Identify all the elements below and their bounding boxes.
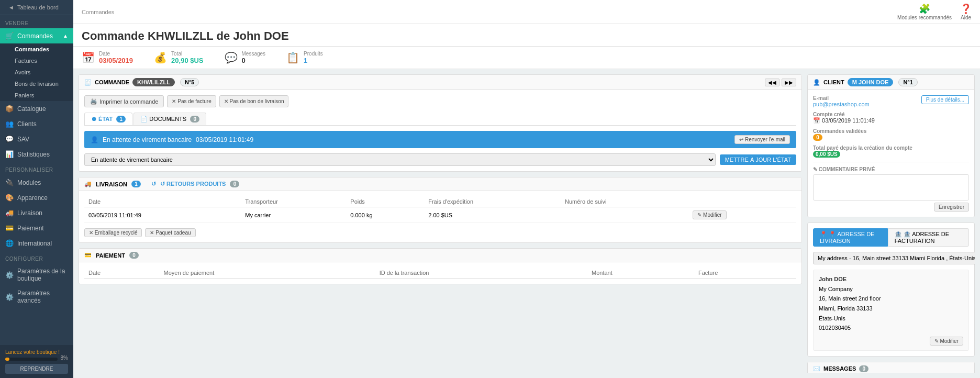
- help-icon: ❓: [960, 3, 972, 15]
- livraison-header-icon: 🚚: [84, 181, 92, 187]
- sidebar-item-apparence[interactable]: 🎨 Apparence: [0, 190, 73, 205]
- retours-label: ↺ RETOURS PRODUITS: [160, 181, 226, 187]
- tab-documents[interactable]: 📄 DOCUMENTS 0: [133, 113, 206, 125]
- compte-label: Compte créé: [813, 112, 969, 117]
- sidebar-item-clients[interactable]: 👥 Clients: [0, 116, 73, 131]
- sidebar-item-params-boutique[interactable]: ⚙️ Paramètres de la boutique: [0, 264, 73, 286]
- sidebar-toggle[interactable]: ◄ Tableau de bord: [0, 0, 73, 15]
- livraison-header-row: Date Transporteur Poids Frais d'expéditi…: [84, 196, 796, 207]
- paiement-table-head: Date Moyen de paiement ID de la transact…: [84, 268, 796, 279]
- sidebar-section-configurer: CONFIGURER: [0, 251, 73, 264]
- update-state-button[interactable]: METTRE À JOUR L'ÉTAT: [720, 154, 796, 165]
- commentaire-label: ✎ COMMENTAIRE PRIVÉ: [813, 166, 969, 172]
- left-panel: 🧾 COMMANDE KHWLILZLL N°5 ◀◀ ▶▶ 🖨️: [79, 74, 802, 373]
- page-title: Commande KHWLILZLL de John DOE: [82, 29, 972, 43]
- puzzle-icon: 🧩: [919, 3, 930, 15]
- catalogue-icon: 📦: [5, 105, 14, 113]
- tab-livraison-address[interactable]: 📍 📍 ADRESSE DE LIVRAISON: [813, 228, 888, 247]
- resend-email-button[interactable]: ↩ Renvoyer l'e-mail: [734, 135, 790, 144]
- livraison-options: ✕ Emballage recyclé ✕ Paquet cadeau: [84, 228, 796, 237]
- comment-box[interactable]: [813, 174, 969, 201]
- addr-street: 16, Main street 2nd floor: [819, 294, 963, 304]
- documents-label: DOCUMENTS: [149, 116, 186, 122]
- messages-header: ✉️ MESSAGES 0: [813, 365, 868, 372]
- pcol-montant: Montant: [587, 268, 694, 279]
- sidebar-item-sav[interactable]: 💬 SAV: [0, 131, 73, 147]
- params-avances-icon: ⚙️: [5, 293, 14, 301]
- sidebar-item-international[interactable]: 🌐 International: [0, 236, 73, 251]
- sidebar-sub-item-avoirs[interactable]: Avoirs: [0, 66, 73, 78]
- sidebar-sub-item-paniers[interactable]: Paniers: [0, 90, 73, 101]
- modifier-addr-detail-button[interactable]: ✎ Modifier: [930, 337, 963, 346]
- stats-icon: 📊: [5, 150, 14, 158]
- commande-label: COMMANDE: [95, 79, 129, 85]
- documents-count: 0: [190, 116, 199, 123]
- pcol-moyen: Moyen de paiement: [160, 268, 375, 279]
- paiement-header-left: 💳 PAIEMENT 0: [84, 252, 139, 259]
- reprendre-button[interactable]: REPRENDRE: [5, 364, 68, 374]
- plus-details-button[interactable]: Plus de détails...: [921, 95, 969, 104]
- sidebar-item-statistiques[interactable]: 📊 Statistiques: [0, 147, 73, 162]
- date-value: 03/05/2019: [99, 57, 133, 64]
- addr-modifier-row: ✎ Modifier: [819, 336, 963, 346]
- row-frais: 2.00 $US: [424, 207, 561, 223]
- sidebar-item-commandes[interactable]: 🛒 Commandes ▲: [0, 28, 73, 43]
- enregistrer-button[interactable]: Enregistrer: [934, 203, 969, 212]
- paquet-button[interactable]: ✕ Paquet cadeau: [145, 228, 195, 237]
- retours-count: 0: [230, 181, 239, 187]
- no-bon-button[interactable]: ✕ Pas de bon de livraison: [219, 95, 289, 107]
- sidebar-catalogue-label: Catalogue: [17, 105, 46, 113]
- sidebar-item-catalogue[interactable]: 📦 Catalogue: [0, 101, 73, 116]
- email-link[interactable]: pub@prestashop.com: [813, 101, 870, 107]
- documents-icon: 📄: [140, 116, 148, 122]
- pcol-facture: Facture: [694, 268, 796, 279]
- modifier-livraison-button[interactable]: ✎ Modifier: [693, 210, 726, 219]
- sidebar-sub-item-commandes[interactable]: Commandes: [0, 43, 73, 55]
- sidebar-sub-item-factures[interactable]: Factures: [0, 55, 73, 66]
- sidebar-item-livraison[interactable]: 🚚 Livraison: [0, 205, 73, 220]
- next-order-button[interactable]: ▶▶: [782, 79, 796, 86]
- print-button[interactable]: 🖨️ Imprimer la commande: [84, 95, 164, 107]
- paiement-header-row: Date Moyen de paiement ID de la transact…: [84, 268, 796, 279]
- sidebar-item-paiement[interactable]: 💳 Paiement: [0, 220, 73, 236]
- sidebar-item-modules[interactable]: 🔌 Modules: [0, 175, 73, 190]
- state-text: En attente de virement bancaire: [103, 136, 192, 143]
- client-n-tag: N°1: [898, 78, 917, 86]
- stat-messages: 💬 Messages 0: [225, 51, 266, 64]
- livraison-count: 1: [131, 181, 141, 187]
- action-bar: 🖨️ Imprimer la commande ✕ Pas de facture…: [84, 95, 796, 107]
- no-facture-button[interactable]: ✕ Pas de facture: [167, 95, 216, 107]
- livraison-card: 🚚 LIVRAISON 1 ↺ ↺ RETOURS PRODUITS 0 Dat…: [79, 177, 802, 243]
- etat-icon: ⏺: [91, 116, 97, 122]
- prev-order-button[interactable]: ◀◀: [765, 79, 779, 86]
- topbar-right: 🧩 Modules recommandés ❓ Aide: [897, 3, 972, 20]
- client-total-paye-row: Total payé depuis la création du compte …: [813, 145, 969, 158]
- address-tabs: 📍 📍 ADRESSE DE LIVRAISON 🏦 🏦 ADRESSE DE …: [813, 228, 969, 247]
- emballage-button[interactable]: ✕ Emballage recyclé: [84, 228, 142, 237]
- sidebar-international-label: International: [17, 240, 52, 247]
- aide-button[interactable]: ❓ Aide: [960, 3, 972, 20]
- address-select[interactable]: My address - 16, Main street 33133 Miami…: [813, 252, 975, 264]
- client-name-tag[interactable]: M JOHN DOE: [848, 78, 894, 86]
- main-area: Commandes 🧩 Modules recommandés ❓ Aide C…: [73, 0, 980, 378]
- livraison-header-label: LIVRAISON: [96, 181, 127, 187]
- state-select[interactable]: En attente de virement bancaire Paiement…: [84, 153, 716, 166]
- row-date: 03/05/2019 11:01:49: [84, 207, 241, 223]
- sidebar-item-params-avances[interactable]: ⚙️ Paramètres avancés: [0, 286, 73, 308]
- order-card: 🧾 COMMANDE KHWLILZLL N°5 ◀◀ ▶▶ 🖨️: [79, 74, 802, 172]
- col-poids: Poids: [346, 196, 424, 207]
- col-date: Date: [84, 196, 241, 207]
- livraison-header-left: 🚚 LIVRAISON 1 ↺ ↺ RETOURS PRODUITS 0: [84, 181, 239, 187]
- messages-header-icon: ✉️: [813, 365, 820, 372]
- total-value: 20,90 $US: [171, 57, 203, 64]
- sidebar-sub-item-bons[interactable]: Bons de livraison: [0, 78, 73, 90]
- sidebar-livraison-label: Livraison: [17, 209, 42, 217]
- content-area: 🧾 COMMANDE KHWLILZLL N°5 ◀◀ ▶▶ 🖨️: [73, 69, 980, 378]
- print-icon: 🖨️: [90, 98, 97, 105]
- topbar: Commandes 🧩 Modules recommandés ❓ Aide: [73, 0, 980, 24]
- retours-icon: ↺: [151, 181, 156, 187]
- modules-recommandes-button[interactable]: 🧩 Modules recommandés: [897, 3, 952, 20]
- livraison-table-head: Date Transporteur Poids Frais d'expéditi…: [84, 196, 796, 207]
- tab-facturation-address[interactable]: 🏦 🏦 ADRESSE DE FACTURATION: [888, 228, 969, 247]
- tab-etat[interactable]: ⏺ ÉTAT 1: [84, 113, 132, 125]
